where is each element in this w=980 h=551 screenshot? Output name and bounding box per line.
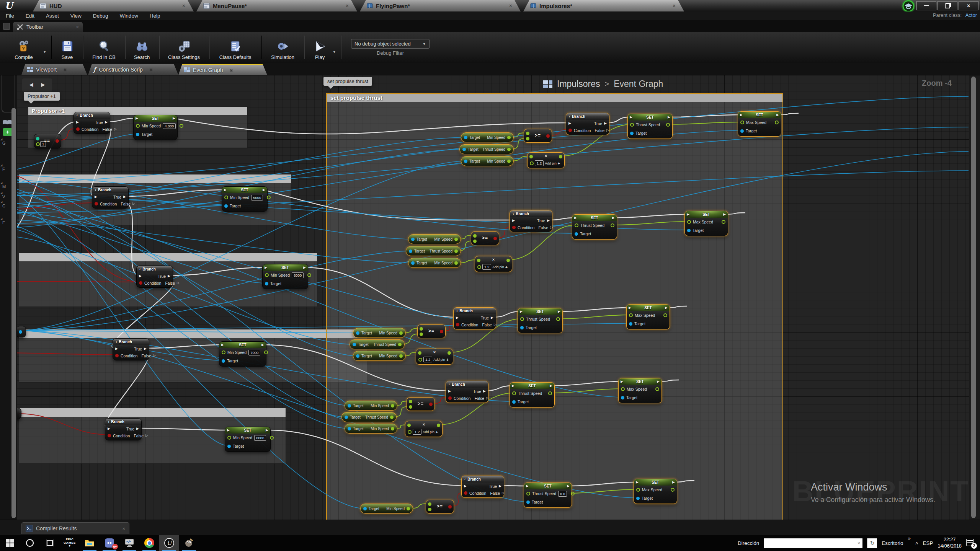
forward-icon[interactable]: ► [40,81,46,89]
node-branch-bD[interactable]: ‹Branch▶True▶ConditionFalse▷ [446,381,488,403]
add-pin-icon[interactable]: + [505,265,508,269]
result-pin[interactable] [429,403,433,406]
find-in-cb-button[interactable]: Find in CB [87,35,121,60]
comment-header[interactable] [19,329,367,338]
exec-in-pin[interactable]: ▶ [115,347,118,350]
value-out-pin[interactable] [391,427,394,430]
value-pin[interactable] [512,391,516,395]
exec-out-pin[interactable]: ▶ [567,484,570,488]
node-set-sA2[interactable]: ▶SET▶Max SpeedTarget [738,111,781,137]
tab-construction-scrip[interactable]: ƒConstruction Scrip× [88,64,178,75]
node-set-s4[interactable]: ▶SET▶Min Speed7000Target [219,341,266,367]
value-pin[interactable] [520,317,524,321]
condition-pin[interactable] [456,323,459,326]
collapsed-category-m[interactable]: M [2,184,6,189]
node-branch-bA[interactable]: ‹Branch▶True▶ConditionFalse▷ [566,113,609,135]
value-out-pin[interactable] [454,238,458,241]
target-pin[interactable] [575,232,578,236]
collapsed-category-e[interactable]: E [2,220,5,225]
value-pin[interactable] [575,223,578,227]
node-branch-b3[interactable]: ‹Branch▶True▶ConditionFalse▷ [136,266,173,288]
node-cmp-cC[interactable]: >= [417,324,446,338]
target-pin[interactable] [462,148,466,151]
exec-in-pin[interactable]: ▶ [227,429,230,432]
node-mult-mA[interactable]: ×1.2Add pin+ [527,152,565,168]
tab-viewport[interactable]: Viewport× [21,64,87,75]
exec-in-pin[interactable]: ▶ [526,484,529,488]
target-pin[interactable] [348,404,351,408]
node-get-pD3[interactable]: TargetMin Speed [345,424,397,434]
exec-in-pin[interactable]: ▶ [139,274,142,278]
collapsed-category-g[interactable]: G [2,141,6,145]
value-out-pin[interactable] [507,160,511,163]
value-out-pin[interactable] [391,404,394,408]
node-get-pA3[interactable]: TargetMin Speed [461,156,514,166]
node-get-pB1[interactable]: TargetMin Speed [408,234,461,244]
toolbar-tab[interactable]: Toolbar × [13,22,83,32]
target-pin[interactable] [224,204,228,208]
dropdown-chevron-icon[interactable]: > [857,540,861,546]
node-get-pC3[interactable]: TargetMin Speed [353,351,406,361]
target-pin[interactable] [136,133,139,136]
node-branch-bB[interactable]: ‹Branch▶True▶ConditionFalse▷ [510,210,552,232]
collapsed-category-v[interactable]: V [2,194,5,199]
exec-true-pin[interactable]: ▶ [123,195,126,199]
exec-true-pin[interactable]: ▶ [144,347,147,350]
close-icon[interactable]: × [150,67,153,72]
exec-false-pin[interactable]: ▷ [132,202,135,205]
target-pin[interactable] [630,132,634,135]
value-pin[interactable] [526,492,530,496]
exec-in-pin[interactable]: ▶ [456,316,459,320]
condition-pin[interactable] [115,354,119,357]
node-cmp-cA[interactable]: >= [524,129,552,143]
exec-in-pin[interactable]: ▶ [687,213,689,216]
address-input[interactable]: > [764,538,862,548]
target-pin[interactable] [356,354,359,358]
node-branch-bE[interactable]: ‹Branch▶True▶ConditionFalse▷ [461,476,504,498]
node-mult-mD[interactable]: ×1.2Add pin+ [405,421,443,437]
exec-out-pin[interactable]: ▶ [657,380,660,383]
node-cmp-cB[interactable]: >= [471,231,499,245]
value-box[interactable]: 1.2 [423,357,432,362]
value-pin[interactable] [136,124,140,128]
comment-header[interactable] [19,174,291,183]
node-set-sC1[interactable]: ▶SET▶Thrust SpeedTarget [518,308,563,333]
menu-item-help[interactable]: Help [144,13,166,19]
value-out-pin[interactable] [399,331,403,335]
breadcrumb[interactable]: Impulsores > Event Graph [543,79,663,89]
target-pin[interactable] [411,238,415,241]
node-get-pA2[interactable]: TargetThrust Speed [459,144,514,154]
target-pin[interactable] [464,136,467,139]
condition-pin[interactable] [464,491,467,495]
target-pin[interactable] [363,507,367,510]
target-pin[interactable] [520,326,524,329]
close-icon[interactable]: × [509,3,512,9]
exec-in-pin[interactable]: ▶ [448,390,451,393]
exec-in-pin[interactable]: ▶ [629,306,631,310]
node-mini-mb[interactable] [16,326,26,337]
exec-true-pin[interactable]: ▶ [168,274,170,278]
exec-out-pin[interactable]: ▶ [266,429,268,432]
value-out-pin[interactable] [180,124,183,128]
taskbar-start-button[interactable] [0,535,20,551]
condition-pin[interactable] [95,202,98,205]
value-pin[interactable] [629,313,633,317]
node-get-pD2[interactable]: TargetThrust Speed [341,412,397,422]
value-out-pin[interactable] [722,220,725,224]
node-set-s2[interactable]: ▶SET▶Min Speed5000Target [222,186,268,212]
taskbar-file-explorer-button[interactable] [80,535,100,551]
comment-header[interactable]: Propulsor +1 [28,107,247,115]
exec-true-pin[interactable]: ▶ [547,219,550,222]
exec-in-pin[interactable]: ▶ [520,310,523,313]
value-box[interactable]: 1.2 [535,160,544,166]
value-out-pin[interactable] [407,507,410,510]
menu-item-window[interactable]: Window [114,13,144,19]
exec-out-pin[interactable]: ▶ [612,216,615,220]
node-set-sE1[interactable]: ▶SET▶Thrust Speed0.0Target [524,483,572,508]
value-box[interactable]: 1.2 [482,264,491,270]
node-cmp-cE[interactable]: >= [426,500,454,514]
exec-out-pin[interactable]: ▶ [723,213,726,216]
value-out-pin[interactable] [454,261,458,265]
taskbar-screen-share-button[interactable] [119,535,139,551]
exec-in-pin[interactable]: ▶ [636,481,639,484]
